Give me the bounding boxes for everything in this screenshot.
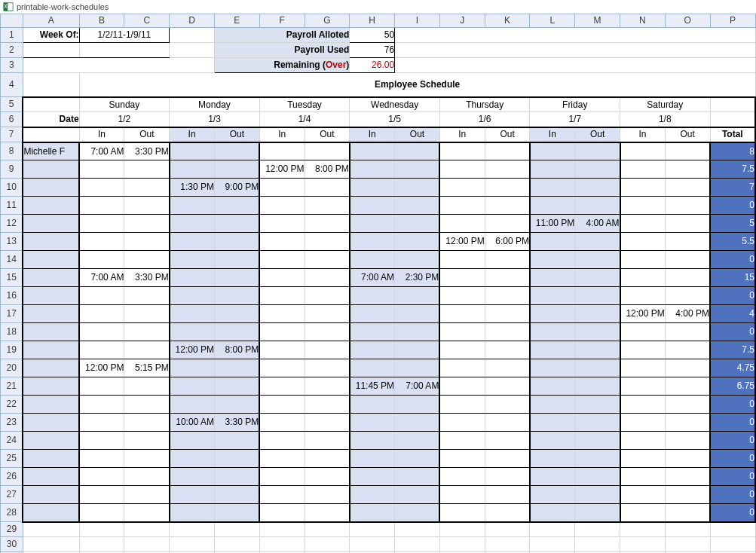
col-header-J[interactable]: J <box>439 14 485 28</box>
row-header-14[interactable]: 14 <box>1 251 23 269</box>
time-out[interactable] <box>305 396 350 414</box>
time-out[interactable] <box>214 486 259 504</box>
time-in[interactable] <box>170 269 215 287</box>
time-in[interactable] <box>620 341 666 359</box>
time-out[interactable] <box>124 323 170 341</box>
time-out[interactable] <box>305 251 350 269</box>
time-in[interactable] <box>530 486 575 504</box>
time-out[interactable]: 4:00 PM <box>665 305 710 323</box>
time-out[interactable] <box>665 197 710 215</box>
blank[interactable] <box>23 97 79 112</box>
time-in[interactable] <box>170 197 215 215</box>
time-in[interactable] <box>350 414 395 432</box>
time-out[interactable] <box>214 160 259 179</box>
time-in[interactable] <box>259 468 305 486</box>
time-in[interactable] <box>350 359 395 377</box>
time-in[interactable] <box>620 396 666 414</box>
time-in[interactable] <box>439 305 485 323</box>
time-out[interactable] <box>575 179 620 197</box>
time-out[interactable] <box>214 323 259 341</box>
time-in[interactable] <box>620 468 666 486</box>
time-out[interactable] <box>395 251 440 269</box>
time-out[interactable] <box>305 359 350 377</box>
time-in[interactable] <box>79 323 124 341</box>
row-header-9[interactable]: 9 <box>1 160 23 179</box>
row-total[interactable]: 15 <box>710 269 755 287</box>
time-out[interactable]: 3:30 PM <box>124 142 170 160</box>
time-in[interactable] <box>79 414 124 432</box>
time-out[interactable] <box>665 142 710 160</box>
time-out[interactable] <box>665 504 710 522</box>
row-header-16[interactable]: 16 <box>1 287 23 305</box>
time-out[interactable]: 6:00 PM <box>485 233 530 251</box>
in-header[interactable]: In <box>530 127 575 142</box>
row-header-28[interactable]: 28 <box>1 504 23 522</box>
time-out[interactable] <box>575 359 620 377</box>
row-header-15[interactable]: 15 <box>1 269 23 287</box>
blank[interactable] <box>395 28 755 43</box>
blank[interactable] <box>575 537 620 552</box>
time-in[interactable] <box>439 414 485 432</box>
blank[interactable] <box>439 537 485 552</box>
time-out[interactable] <box>305 215 350 233</box>
time-out[interactable] <box>665 287 710 305</box>
col-header-F[interactable]: F <box>259 14 305 28</box>
row-total[interactable]: 7.5 <box>710 341 755 359</box>
time-out[interactable] <box>485 251 530 269</box>
time-out[interactable] <box>395 305 440 323</box>
time-in[interactable]: 1:30 PM <box>170 179 215 197</box>
time-in[interactable] <box>620 215 666 233</box>
time-in[interactable] <box>439 142 485 160</box>
out-header[interactable]: Out <box>395 127 440 142</box>
time-out[interactable] <box>214 377 259 396</box>
time-out[interactable] <box>124 432 170 450</box>
row-header-22[interactable]: 22 <box>1 396 23 414</box>
out-header[interactable]: Out <box>214 127 259 142</box>
time-in[interactable] <box>79 215 124 233</box>
row-total[interactable]: 6.75 <box>710 377 755 396</box>
time-out[interactable] <box>395 341 440 359</box>
time-out[interactable] <box>305 468 350 486</box>
blank[interactable] <box>395 58 755 73</box>
date-value[interactable]: 1/2 <box>79 112 170 127</box>
time-out[interactable] <box>395 359 440 377</box>
time-out[interactable] <box>395 486 440 504</box>
time-in[interactable] <box>439 323 485 341</box>
time-in[interactable] <box>620 504 666 522</box>
employee-name[interactable] <box>23 341 79 359</box>
time-in[interactable] <box>259 396 305 414</box>
day-header[interactable]: Friday <box>530 97 620 112</box>
in-header[interactable]: In <box>170 127 215 142</box>
time-in[interactable] <box>259 414 305 432</box>
time-out[interactable] <box>575 377 620 396</box>
time-in[interactable]: 12:00 PM <box>439 233 485 251</box>
date-value[interactable]: 1/5 <box>350 112 440 127</box>
row-total[interactable]: 4.75 <box>710 359 755 377</box>
blank[interactable] <box>23 127 79 142</box>
time-in[interactable] <box>530 269 575 287</box>
date-value[interactable]: 1/7 <box>530 112 620 127</box>
time-in[interactable] <box>170 377 215 396</box>
time-in[interactable] <box>620 179 666 197</box>
time-out[interactable] <box>665 377 710 396</box>
time-in[interactable] <box>259 359 305 377</box>
col-header-N[interactable]: N <box>620 14 666 28</box>
time-in[interactable] <box>350 251 395 269</box>
time-in[interactable] <box>170 215 215 233</box>
time-out[interactable] <box>665 486 710 504</box>
time-in[interactable] <box>170 432 215 450</box>
blank[interactable] <box>79 43 170 58</box>
row-header-24[interactable]: 24 <box>1 432 23 450</box>
blank[interactable] <box>214 537 259 552</box>
time-out[interactable] <box>575 486 620 504</box>
row-total[interactable]: 8 <box>710 142 755 160</box>
date-value[interactable]: 1/3 <box>170 112 260 127</box>
blank[interactable] <box>575 522 620 537</box>
time-out[interactable] <box>575 323 620 341</box>
time-out[interactable] <box>124 251 170 269</box>
row-total[interactable]: 0 <box>710 468 755 486</box>
col-header-H[interactable]: H <box>350 14 395 28</box>
time-in[interactable]: 7:00 AM <box>79 142 124 160</box>
blank[interactable] <box>530 522 575 537</box>
time-in[interactable] <box>170 396 215 414</box>
